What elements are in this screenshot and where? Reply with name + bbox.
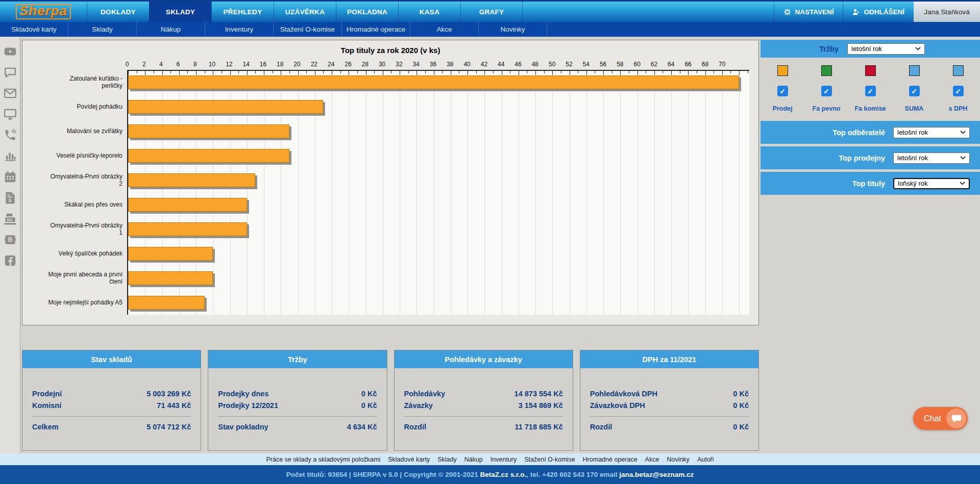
checkbox-prodej[interactable]: ✓ (777, 86, 788, 96)
checkbox-fa-pevno[interactable]: ✓ (821, 86, 832, 96)
settings-button[interactable]: NASTAVENÍ (774, 2, 843, 22)
chat-button[interactable]: Chat (913, 407, 968, 430)
footer-text-segment: BetaZ.cz s.r.o. (480, 471, 527, 478)
app-logo[interactable]: Sherpa (0, 2, 87, 22)
checkbox-s-dph[interactable]: ✓ (953, 86, 964, 96)
x-axis-tick-labels: 0246810121416182022242628303234363840424… (127, 57, 749, 70)
select-value: letošní rok (897, 129, 928, 136)
phone-icon[interactable] (4, 129, 17, 142)
card-stav-skladu: Stav skladůProdejní5 003 269 KčKomisní71… (22, 350, 201, 451)
checkbox-fa-komise[interactable]: ✓ (865, 86, 876, 96)
bar-row (128, 218, 749, 242)
legend-label-s-dph: s DPH (949, 105, 968, 112)
footer-link-sklady[interactable]: Sklady (437, 456, 457, 463)
select-top-odberatele[interactable]: letošní rok (893, 127, 970, 138)
subnav-item-novinky[interactable]: Novinky (479, 22, 547, 37)
checkbox-suma[interactable]: ✓ (909, 86, 920, 96)
x-tick-label: 70 (719, 61, 725, 68)
subnav-item-skladove-karty[interactable]: Skladové karty (0, 22, 68, 37)
mail-icon[interactable] (4, 87, 17, 100)
video-icon[interactable] (4, 45, 17, 58)
section-label: Top odběratelé (761, 129, 893, 137)
card-row-label: Komisní (32, 401, 61, 410)
card-total-row: Stav pokladny4 634 Kč (218, 423, 377, 431)
x-tick-label: 62 (651, 61, 657, 68)
subnav-item-akce[interactable]: Akce (410, 22, 479, 37)
bar-row (128, 291, 749, 316)
subnav-item-inventury[interactable]: Inventury (205, 22, 274, 37)
category-label: Moje nejmilejší pohádky A5 (22, 290, 127, 315)
trzby-section-header: Tržby letošní rok (761, 40, 980, 58)
header-spacer (523, 2, 774, 22)
card-title: Pohledávky a závazky (395, 350, 573, 368)
footer-link-stazeni-o-komise[interactable]: Stažení O-komise (524, 456, 575, 463)
footer-link-novinky[interactable]: Novinky (667, 456, 689, 463)
footer-links-bar: Práce se sklady a skladovými položkamiSk… (0, 453, 980, 465)
subnav-item-sklady[interactable]: Sklady (68, 22, 137, 37)
bar-row (128, 169, 749, 193)
trzby-period-select[interactable]: letošní rok (847, 43, 925, 55)
subnav-item-stazeni-o-komise[interactable]: Stažení O-komise (274, 22, 342, 37)
series-legend: ✓Prodej✓Fa pevno✓Fa komise✓SUMA✓s DPH (761, 65, 980, 112)
subnav-item-nakup[interactable]: Nákup (137, 22, 205, 37)
tab-doklady[interactable]: DOKLADY (87, 2, 149, 22)
x-tick-label: 68 (702, 61, 708, 68)
card-row-value: 3 154 869 Kč (519, 401, 563, 410)
subnav-item-hromadne-operace[interactable]: Hromadné operace (342, 22, 410, 37)
footer-link-akce[interactable]: Akce (645, 456, 659, 463)
select-top-prodejny[interactable]: letošní rok (893, 152, 970, 164)
bar-row (128, 95, 749, 120)
section-top-prodejny: Top prodejnyletošní rok (761, 146, 980, 169)
bar-row (128, 144, 749, 169)
legend-column-s-dph: ✓s DPH (936, 65, 980, 112)
card-title: Stav skladů (22, 350, 201, 368)
tab-sklady[interactable]: SKLADY (149, 2, 211, 22)
section-top-tituly: Top titulyloňský rok (761, 172, 980, 195)
legend-column-prodej: ✓Prodej (761, 65, 804, 112)
footer-link-nakup[interactable]: Nákup (464, 456, 483, 463)
x-tick-label: 2 (142, 61, 146, 68)
x-tick-label: 56 (600, 61, 606, 68)
bar-chart-icon[interactable] (4, 149, 17, 163)
calendar-icon[interactable] (4, 170, 17, 184)
chat-bubble-icon[interactable] (4, 66, 17, 79)
card-row: Prodejní5 003 269 Kč (32, 390, 191, 398)
cash-register-icon[interactable] (4, 212, 17, 225)
footer-link-hromadne-operace[interactable]: Hromadné operace (583, 456, 638, 463)
x-tick-label: 42 (481, 61, 487, 68)
x-tick-label: 36 (430, 61, 436, 68)
card-row-label: Závazky (404, 401, 433, 410)
tab-grafy[interactable]: GRAFY (460, 2, 523, 22)
card-row-label: Prodejky 12/2021 (218, 401, 278, 410)
tab-prehledy[interactable]: PŘEHLEDY (211, 2, 274, 22)
logout-button[interactable]: ODHLÁŠENÍ (843, 2, 914, 22)
facebook-icon[interactable] (4, 254, 17, 267)
bar (128, 222, 247, 236)
footer-link-autori[interactable]: Autoři (697, 456, 714, 463)
x-tick-label: 12 (226, 61, 232, 68)
legend-label-prodej: Prodej (773, 105, 793, 112)
card-total-value: 11 718 685 Kč (514, 423, 562, 431)
card-row-value: 14 873 554 Kč (514, 390, 563, 398)
card-row-value: 0 Kč (733, 390, 749, 398)
footer-text-segment: Počet titulů: 93654 | SHERPA v 5.0 | Cop… (286, 471, 480, 478)
card-row-value: 5 003 269 Kč (146, 390, 191, 398)
invoice-icon[interactable]: $ (4, 191, 17, 205)
card-row-label: Prodejní (32, 390, 62, 398)
footer-description: Práce se sklady a skladovými položkami (266, 456, 380, 463)
section-top-odberatele: Top odběrateléletošní rok (761, 121, 980, 144)
chart-body: Zatoulané kuřátko - perličkyPovídej pohá… (22, 57, 758, 315)
select-top-tituly[interactable]: loňský rok (893, 178, 970, 189)
footer-link-inventury[interactable]: Inventury (491, 456, 517, 463)
tab-uzaverka[interactable]: UZÁVĚRKA (274, 2, 336, 22)
tab-kasa[interactable]: KASA (398, 2, 460, 22)
card-total-row: Rozdíl11 718 685 Kč (404, 423, 563, 431)
monitor-icon[interactable] (4, 108, 17, 121)
card-trzby: TržbyProdejky dnes0 KčProdejky 12/20210 … (208, 350, 387, 451)
chart-title: Top tituly za rok 2020 (v ks) (22, 46, 758, 55)
b-badge-icon[interactable]: B (4, 233, 17, 246)
footer-link-skladove-karty[interactable]: Skladové karty (388, 456, 430, 463)
x-tick-label: 52 (566, 61, 572, 68)
tab-pokladna[interactable]: POKLADNA (336, 2, 398, 22)
legend-swatch-s-dph (953, 65, 964, 76)
